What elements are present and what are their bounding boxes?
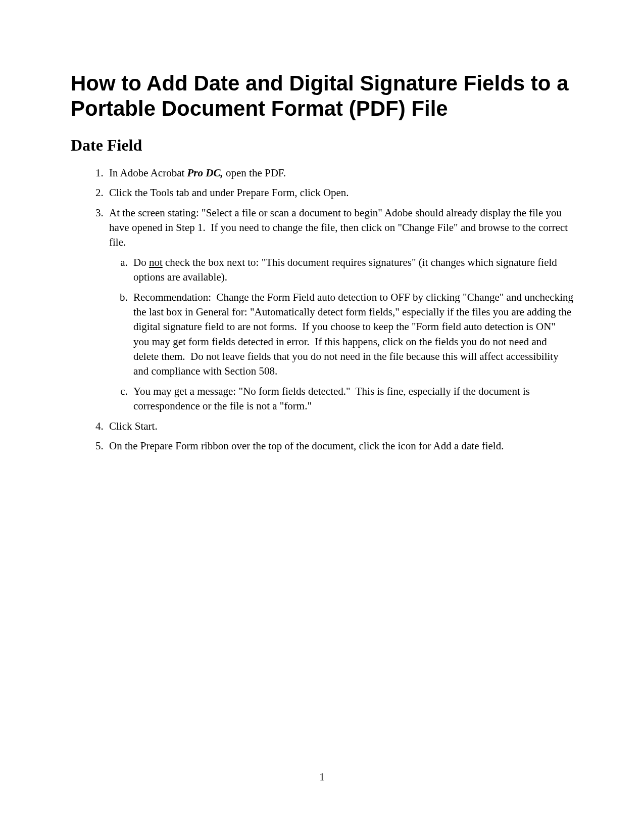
step-3: At the screen stating: "Select a file or… <box>106 206 573 414</box>
step-3a-a: Do <box>133 256 149 268</box>
steps-list: In Adobe Acrobat Pro DC, open the PDF. C… <box>71 166 573 454</box>
step-5: On the Prepare Form ribbon over the top … <box>106 439 573 453</box>
step-3-text: At the screen stating: "Select a file or… <box>109 207 570 249</box>
step-3a-not: not <box>149 256 163 268</box>
step-3a-b: check the box next to: "This document re… <box>133 256 557 283</box>
step-1-text-a: In Adobe Acrobat <box>109 167 187 179</box>
section-heading: Date Field <box>71 136 573 155</box>
step-3-sublist: Do not check the box next to: "This docu… <box>109 255 573 414</box>
document-page: How to Add Date and Digital Signature Fi… <box>0 0 644 453</box>
step-3b: Recommendation: Change the Form Field au… <box>130 290 573 379</box>
step-3c: You may get a message: "No form fields d… <box>130 384 573 414</box>
page-title: How to Add Date and Digital Signature Fi… <box>71 71 573 122</box>
step-1: In Adobe Acrobat Pro DC, open the PDF. <box>106 166 573 180</box>
step-1-text-b: open the PDF. <box>223 167 286 179</box>
step-2: Click the Tools tab and under Prepare Fo… <box>106 186 573 200</box>
page-number: 1 <box>0 771 644 783</box>
step-3a: Do not check the box next to: "This docu… <box>130 255 573 285</box>
step-4: Click Start. <box>106 419 573 434</box>
step-1-prodc: Pro DC, <box>187 167 223 179</box>
